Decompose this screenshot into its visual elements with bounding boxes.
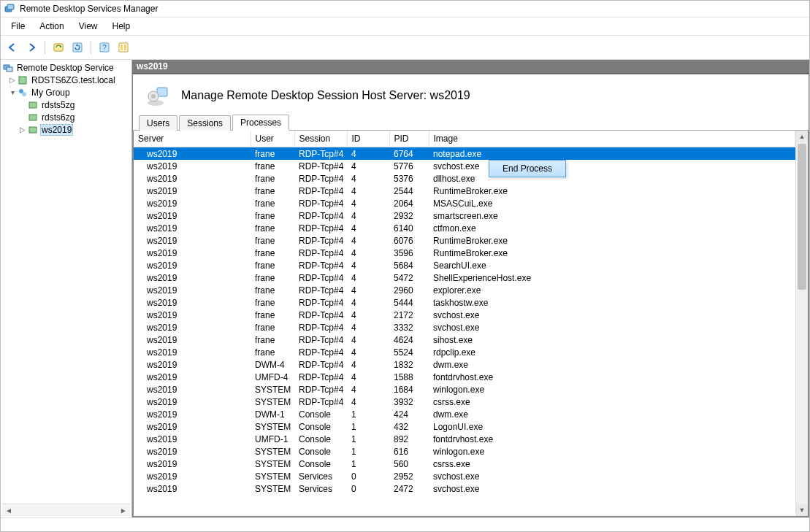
table-row[interactable]: ws2019DWM-4RDP-Tcp#441832dwm.exe [134, 358, 795, 371]
table-row[interactable]: ws2019franeRDP-Tcp#446076RuntimeBroker.e… [134, 234, 795, 247]
table-row[interactable]: ws2019UMFD-4RDP-Tcp#441588fontdrvhost.ex… [134, 371, 795, 383]
options-button[interactable] [115, 39, 132, 56]
menu-view[interactable]: View [73, 20, 104, 33]
collapse-icon[interactable]: ▾ [8, 88, 17, 96]
menu-help[interactable]: Help [107, 20, 137, 33]
context-end-process[interactable]: End Process [503, 163, 552, 174]
app-window: Remote Desktop Services Manager File Act… [0, 0, 810, 532]
col-session[interactable]: Session [294, 131, 347, 147]
table-row[interactable]: ws2019franeRDP-Tcp#442064MSASCuiL.exe [134, 197, 795, 209]
cell-session: RDP-Tcp#4 [294, 346, 347, 358]
processes-table-scroll[interactable]: Server User Session ID PID Image ws2019f… [134, 131, 795, 516]
cell-id: 4 [347, 247, 389, 259]
cell-server: ws2019 [134, 259, 251, 271]
cell-session: Console [294, 458, 347, 470]
tab-sessions[interactable]: Sessions [179, 115, 231, 131]
tree-node-ws2019[interactable]: ▷ ws2019 [2, 123, 130, 136]
cell-id: 4 [347, 309, 389, 321]
table-row[interactable]: ws2019SYSTEMConsole1432LogonUI.exe [134, 420, 795, 433]
col-id[interactable]: ID [347, 131, 389, 147]
back-button[interactable] [4, 39, 21, 56]
tree-pane[interactable]: Remote Desktop Service ▷ RDSTS6ZG.test.l… [1, 60, 132, 517]
cell-pid: 2544 [389, 185, 429, 197]
v-scrollbar[interactable]: ▲ ▼ [795, 131, 808, 516]
tree-node-rdsts6zg-test-local[interactable]: ▷ RDSTS6ZG.test.local [2, 74, 130, 86]
cell-id: 4 [347, 160, 389, 172]
table-row[interactable]: ws2019SYSTEMConsole1616winlogon.exe [134, 445, 795, 458]
cell-pid: 424 [389, 408, 429, 420]
table-row[interactable]: ws2019franeRDP-Tcp#445472ShellExperience… [134, 271, 795, 284]
cell-pid: 5444 [389, 296, 429, 309]
table-row[interactable]: ws2019franeRDP-Tcp#445444taskhostw.exe [134, 296, 795, 309]
cell-session: RDP-Tcp#4 [294, 296, 347, 309]
menu-file[interactable]: File [5, 20, 31, 33]
table-row[interactable]: ws2019DWM-1Console1424dwm.exe [134, 408, 795, 420]
table-row[interactable]: ws2019franeRDP-Tcp#446764notepad.exe [134, 147, 795, 161]
cell-session: RDP-Tcp#4 [294, 383, 347, 396]
table-row[interactable]: ws2019franeRDP-Tcp#443596RuntimeBroker.e… [134, 247, 795, 259]
cell-id: 1 [347, 458, 389, 470]
cell-session: RDP-Tcp#4 [294, 334, 347, 346]
expand-icon[interactable]: ▷ [8, 76, 17, 84]
cell-server: ws2019 [134, 334, 251, 346]
cell-image: dllhost.exe [429, 172, 795, 185]
processes-table-wrap: Server User Session ID PID Image ws2019f… [133, 131, 809, 517]
tree-node-rdsts5zg[interactable]: rdsts5zg [2, 99, 130, 111]
cell-id: 4 [347, 185, 389, 197]
cell-pid: 2960 [389, 284, 429, 296]
col-pid[interactable]: PID [389, 131, 429, 147]
cell-session: Console [294, 408, 347, 420]
tree-h-scrollbar[interactable]: ◄ ► [2, 504, 130, 516]
cell-image: sihost.exe [429, 334, 795, 346]
scroll-thumb[interactable] [798, 144, 806, 290]
tree-node-rdsts6zg[interactable]: rdsts6zg [2, 111, 130, 123]
table-row[interactable]: ws2019franeRDP-Tcp#442960explorer.exe [134, 284, 795, 296]
col-image[interactable]: Image [429, 131, 795, 147]
table-row[interactable]: ws2019franeRDP-Tcp#444624sihost.exe [134, 334, 795, 346]
menu-action[interactable]: Action [34, 20, 69, 33]
tree-node-my-group[interactable]: ▾ My Group [2, 86, 130, 99]
cell-image: svchost.exe [429, 321, 795, 334]
table-row[interactable]: ws2019SYSTEMRDP-Tcp#441684winlogon.exe [134, 383, 795, 396]
scroll-up-icon[interactable]: ▲ [796, 131, 808, 142]
help-button[interactable]: ? [96, 39, 113, 56]
table-row[interactable]: ws2019franeRDP-Tcp#445684SearchUI.exe [134, 259, 795, 271]
scroll-left-icon[interactable]: ◄ [4, 506, 14, 514]
cell-user: frane [251, 147, 294, 161]
scroll-right-icon[interactable]: ► [118, 506, 129, 514]
scroll-down-icon[interactable]: ▼ [796, 504, 808, 516]
cell-user: frane [251, 247, 294, 259]
reconnect-button[interactable] [50, 39, 67, 56]
tab-processes[interactable]: Processes [232, 115, 289, 131]
table-row[interactable]: ws2019UMFD-1Console1892fontdrvhost.exe [134, 433, 795, 445]
table-row[interactable]: ws2019franeRDP-Tcp#445524rdpclip.exe [134, 346, 795, 358]
forward-button[interactable] [23, 39, 40, 56]
table-row[interactable]: ws2019SYSTEMServices02952svchost.exe [134, 470, 795, 482]
table-row[interactable]: ws2019franeRDP-Tcp#442544RuntimeBroker.e… [134, 185, 795, 197]
refresh-button[interactable] [69, 39, 86, 56]
table-row[interactable]: ws2019franeRDP-Tcp#442932smartscreen.exe [134, 209, 795, 222]
cell-user: SYSTEM [251, 396, 294, 408]
tree-root-node[interactable]: Remote Desktop Service [2, 61, 130, 74]
cell-pid: 5472 [389, 271, 429, 284]
cell-server: ws2019 [134, 284, 251, 296]
tree-label: rdsts6zg [40, 112, 76, 123]
table-row[interactable]: ws2019franeRDP-Tcp#445376dllhost.exe [134, 172, 795, 185]
col-server[interactable]: Server [134, 131, 251, 147]
col-user[interactable]: User [251, 131, 294, 147]
table-row[interactable]: ws2019SYSTEMRDP-Tcp#443932csrss.exe [134, 396, 795, 408]
cell-server: ws2019 [134, 222, 251, 234]
cell-pid: 5684 [389, 259, 429, 271]
table-row[interactable]: ws2019SYSTEMConsole1560csrss.exe [134, 458, 795, 470]
table-row[interactable]: ws2019franeRDP-Tcp#442172svchost.exe [134, 309, 795, 321]
tab-users[interactable]: Users [139, 115, 177, 131]
table-row[interactable]: ws2019franeRDP-Tcp#445776svchost.exe [134, 160, 795, 172]
cell-id: 4 [347, 209, 389, 222]
table-row[interactable]: ws2019franeRDP-Tcp#443332svchost.exe [134, 321, 795, 334]
expand-icon[interactable]: ▷ [18, 126, 27, 134]
table-row[interactable]: ws2019franeRDP-Tcp#446140ctfmon.exe [134, 222, 795, 234]
cell-pid: 3596 [389, 247, 429, 259]
table-row[interactable]: ws2019SYSTEMServices02472svchost.exe [134, 482, 795, 495]
titlebar: Remote Desktop Services Manager [1, 1, 809, 18]
svg-rect-10 [7, 67, 12, 72]
